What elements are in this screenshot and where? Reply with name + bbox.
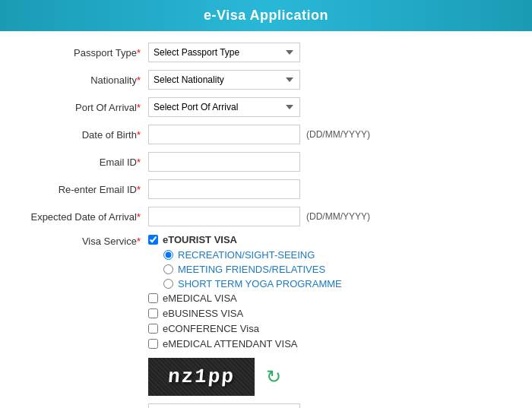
page-header: e-Visa Application bbox=[0, 0, 532, 31]
expected-arrival-hint: (DD/MM/YYYY) bbox=[306, 211, 370, 222]
port-of-arrival-select[interactable]: Select Port Of Arrival bbox=[148, 97, 300, 117]
emedical-visa-checkbox[interactable] bbox=[148, 293, 158, 303]
etourist-visa-label: eTOURIST VISA bbox=[163, 234, 237, 245]
recreation-radio[interactable] bbox=[163, 250, 173, 260]
recreation-option: RECREATION/SIGHT-SEEING bbox=[163, 249, 517, 261]
reenter-email-label: Re-enter Email ID* bbox=[15, 184, 148, 195]
expected-arrival-input[interactable] bbox=[148, 207, 300, 226]
visa-service-label: Visa Service* bbox=[15, 234, 148, 353]
expected-arrival-label: Expected Date of Arrival* bbox=[15, 211, 148, 223]
yoga-radio[interactable] bbox=[163, 279, 173, 289]
reenter-email-input[interactable] bbox=[148, 179, 300, 199]
emedical-visa-label: eMEDICAL VISA bbox=[163, 293, 237, 304]
email-id-label: Email ID* bbox=[15, 157, 148, 168]
port-of-arrival-label: Port Of Arrival* bbox=[15, 102, 148, 113]
emedical-attendant-checkbox[interactable] bbox=[148, 339, 158, 349]
passport-type-row: Passport Type* Select Passport Type Ordi… bbox=[15, 43, 517, 62]
page-title: e-Visa Application bbox=[204, 8, 328, 23]
emedical-visa-option: eMEDICAL VISA bbox=[148, 293, 517, 304]
etourist-sub-options: RECREATION/SIGHT-SEEING MEETING FRIENDS/… bbox=[163, 249, 517, 289]
form-container: Passport Type* Select Passport Type Ordi… bbox=[0, 31, 532, 408]
captcha-refresh-icon[interactable]: ↻ bbox=[266, 366, 281, 387]
emedical-attendant-label: eMEDICAL ATTENDANT VISA bbox=[163, 338, 297, 349]
etourist-visa-option: eTOURIST VISA bbox=[148, 234, 517, 245]
ebusiness-visa-option: eBUSINESS VISA bbox=[148, 308, 517, 319]
date-of-birth-row: Date of Birth* (DD/MM/YYYY) bbox=[15, 125, 517, 144]
email-id-input[interactable] bbox=[148, 152, 300, 172]
captcha-display-text: nz1pp bbox=[167, 365, 236, 388]
expected-arrival-row: Expected Date of Arrival* (DD/MM/YYYY) bbox=[15, 207, 517, 226]
nationality-row: Nationality* Select Nationality bbox=[15, 70, 517, 90]
captcha-input[interactable] bbox=[148, 403, 300, 408]
yoga-label: SHORT TERM YOGA PROGRAMME bbox=[178, 278, 342, 289]
passport-type-select[interactable]: Select Passport Type Ordinary Official D… bbox=[148, 43, 300, 62]
captcha-image: nz1pp bbox=[148, 358, 255, 396]
etourist-visa-checkbox[interactable] bbox=[148, 235, 158, 245]
emedical-attendant-option: eMEDICAL ATTENDANT VISA bbox=[148, 338, 517, 349]
ebusiness-visa-label: eBUSINESS VISA bbox=[163, 308, 243, 319]
date-of-birth-hint: (DD/MM/YYYY) bbox=[306, 129, 370, 140]
captcha-image-row: nz1pp ↻ bbox=[148, 358, 517, 396]
date-of-birth-input[interactable] bbox=[148, 125, 300, 144]
visa-options: eTOURIST VISA RECREATION/SIGHT-SEEING ME… bbox=[148, 234, 517, 353]
port-of-arrival-row: Port Of Arrival* Select Port Of Arrival bbox=[15, 97, 517, 117]
recreation-label: RECREATION/SIGHT-SEEING bbox=[178, 249, 315, 261]
econference-visa-checkbox[interactable] bbox=[148, 324, 158, 334]
nationality-select[interactable]: Select Nationality bbox=[148, 70, 300, 90]
econference-visa-label: eCONFERENCE Visa bbox=[163, 323, 259, 334]
ebusiness-visa-checkbox[interactable] bbox=[148, 308, 158, 318]
visa-service-row: Visa Service* eTOURIST VISA RECREATION/S… bbox=[15, 234, 517, 353]
yoga-option: SHORT TERM YOGA PROGRAMME bbox=[163, 278, 517, 289]
captcha-input-row: Please enter above text* bbox=[15, 403, 517, 408]
meeting-friends-option: MEETING FRIENDS/RELATIVES bbox=[163, 264, 517, 275]
email-id-row: Email ID* bbox=[15, 152, 517, 172]
meeting-friends-radio[interactable] bbox=[163, 264, 173, 274]
date-of-birth-label: Date of Birth* bbox=[15, 129, 148, 141]
nationality-label: Nationality* bbox=[15, 74, 148, 86]
passport-type-label: Passport Type* bbox=[15, 47, 148, 59]
reenter-email-row: Re-enter Email ID* bbox=[15, 179, 517, 199]
page-wrapper: e-Visa Application Passport Type* Select… bbox=[0, 0, 532, 408]
meeting-friends-label: MEETING FRIENDS/RELATIVES bbox=[178, 264, 325, 275]
econference-visa-option: eCONFERENCE Visa bbox=[148, 323, 517, 334]
